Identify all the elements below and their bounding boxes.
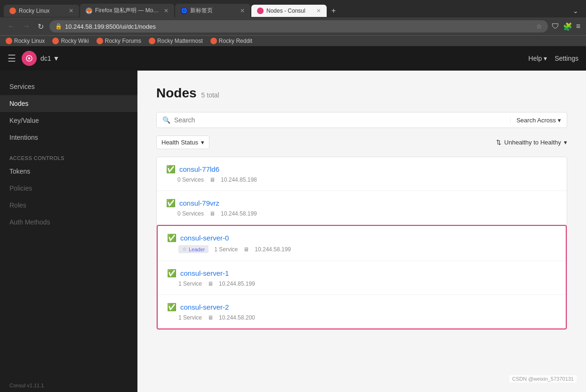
health-check-icon: ✅ [167,303,177,312]
node-services: 1 Service [214,246,238,253]
tab-close-btn[interactable]: ✕ [316,8,321,14]
node-ip: 10.244.58.199 [221,210,257,217]
search-input[interactable] [174,116,506,124]
leader-star-icon: ☆ [182,246,187,252]
node-ip-icon: 🖥 [208,280,213,287]
node-item-header: ✅ consul-79vrz [166,199,557,208]
search-bar: 🔍 Search Across ▾ [156,112,567,128]
node-meta: 1 Service 🖥 10.244.58.200 [167,314,556,321]
tab-close-btn[interactable]: ✕ [240,8,245,14]
sidebar-item-auth-methods[interactable]: Auth Methods [0,214,137,231]
tab-favicon [257,8,264,14]
new-tab-btn[interactable]: + [328,5,339,17]
sort-chevron-icon: ▾ [564,139,567,146]
tab-firefox[interactable]: 🦊 Firefox 隐私声明 — Mozil... ✕ [80,4,174,17]
node-ip: 10.244.85.199 [219,280,255,287]
node-services: 0 Services [177,176,204,183]
health-status-filter[interactable]: Health Status ▾ [156,136,209,149]
hamburger-icon[interactable]: ☰ [8,53,16,64]
bookmarks-bar: Rocky Linux Rocky Wiki Rocky Forums Rock… [0,35,586,46]
main-layout: Services Nodes Key/Value Intentions ACCE… [0,71,586,392]
menu-icon[interactable]: ≡ [576,22,580,31]
node-services: 0 Services [177,210,204,217]
tab-favicon [9,8,16,14]
node-meta: ☆ Leader 1 Service 🖥 10.244.58.199 [167,245,556,253]
bookmark-rocky-wiki[interactable]: Rocky Wiki [52,38,88,44]
sidebar-item-roles[interactable]: Roles [0,197,137,214]
search-across-chevron-icon: ▾ [558,117,561,124]
page-count: 5 total [201,91,219,99]
sidebar-item-key-value[interactable]: Key/Value [0,112,137,129]
tab-close-btn[interactable]: ✕ [164,8,169,14]
search-across-label: Search Across [516,117,556,124]
dc-chevron-icon: ▼ [53,55,60,62]
node-item[interactable]: ✅ consul-server-2 1 Service 🖥 10.244.58.… [158,295,566,328]
address-bar[interactable]: 🔒 10.244.58.199:8500/ui/dc1/nodes ☆ [49,20,548,32]
health-check-icon: ✅ [166,165,176,174]
forward-btn[interactable]: → [21,21,32,32]
bookmark-rocky-linux[interactable]: Rocky Linux [6,38,45,44]
node-item-header: ✅ consul-server-2 [167,303,556,312]
health-check-icon: ✅ [166,199,176,208]
node-name: consul-server-2 [180,303,229,311]
tab-rocky-linux[interactable]: Rocky Linux ✕ [4,5,79,17]
back-btn[interactable]: ← [6,21,17,32]
refresh-btn[interactable]: ↻ [36,21,46,32]
tab-consul[interactable]: Nodes - Consul ✕ [251,5,327,17]
access-controls-section-label: ACCESS CONTROLS [0,150,137,163]
filter-chevron-icon: ▾ [201,139,204,146]
node-item[interactable]: ✅ consul-server-1 1 Service 🖥 10.244.85.… [158,261,566,295]
node-item[interactable]: ✅ consul-79vrz 0 Services 🖥 10.244.58.19… [157,191,567,225]
rocky-linux-favicon [6,38,12,44]
browser-action-buttons: 🛡 🧩 ≡ [552,22,580,31]
consul-logo-circle [22,51,37,66]
sidebar-item-label: Services [9,83,35,90]
bookmark-rocky-forums[interactable]: Rocky Forums [96,38,141,44]
sidebar-item-label: Policies [9,184,32,192]
health-check-icon: ✅ [167,269,177,278]
node-name: consul-77ld6 [179,165,219,173]
dc-label: dc1 [40,55,51,62]
tab-bar: Rocky Linux ✕ 🦊 Firefox 隐私声明 — Mozil... … [0,0,586,17]
rocky-forums-favicon [96,38,103,44]
sidebar-item-nodes[interactable]: Nodes [0,95,137,112]
tab-title: Rocky Linux [19,8,66,14]
help-label: Help [529,55,542,62]
help-link[interactable]: Help ▾ [529,55,547,62]
sidebar-item-label: Intentions [9,134,38,141]
sort-button[interactable]: ⇅ Unhealthy to Healthy ▾ [496,139,567,146]
shield-icon[interactable]: 🛡 [552,22,559,31]
node-ip-icon: 🖥 [209,176,215,183]
dc-selector[interactable]: dc1 ▼ [40,55,59,62]
sidebar-item-tokens[interactable]: Tokens [0,163,137,180]
tab-title: Nodes - Consul [266,8,313,14]
tab-title: Firefox 隐私声明 — Mozil... [95,7,161,15]
node-item-header: ✅ consul-server-1 [167,269,556,278]
lock-icon: 🔒 [55,23,62,30]
filter-bar: Health Status ▾ ⇅ Unhealthy to Healthy ▾ [156,136,567,149]
node-item[interactable]: ✅ consul-server-0 ☆ Leader 1 Service 🖥 1… [158,226,566,261]
sidebar-item-policies[interactable]: Policies [0,180,137,197]
sort-icon: ⇅ [496,139,501,146]
sidebar-item-services[interactable]: Services [0,78,137,95]
node-ip-icon: 🖥 [209,210,215,217]
svg-point-1 [28,57,31,60]
sidebar-item-intentions[interactable]: Intentions [0,129,137,146]
bookmark-rocky-mattermost[interactable]: Rocky Mattermost [149,38,203,44]
tab-new-tab[interactable]: 🌐 新标签页 ✕ [175,4,250,17]
sidebar-item-label: Nodes [9,100,28,107]
settings-link[interactable]: Settings [554,55,578,62]
extensions-icon[interactable]: 🧩 [563,22,572,31]
node-name: consul-79vrz [179,199,219,207]
node-meta: 0 Services 🖥 10.244.58.199 [166,210,557,217]
tab-close-btn[interactable]: ✕ [69,8,73,14]
node-item[interactable]: ✅ consul-77ld6 0 Services 🖥 10.244.85.19… [157,157,567,191]
search-across-button[interactable]: Search Across ▾ [510,117,561,124]
rocky-wiki-favicon [52,38,59,44]
bookmark-rocky-reddit[interactable]: Rocky Reddit [210,38,252,44]
settings-label: Settings [554,55,578,62]
node-meta: 0 Services 🖥 10.244.85.198 [166,176,557,183]
page-title-row: Nodes 5 total [156,86,567,101]
tab-more-btn[interactable]: ⌄ [569,5,582,16]
bookmark-star[interactable]: ☆ [536,23,542,30]
